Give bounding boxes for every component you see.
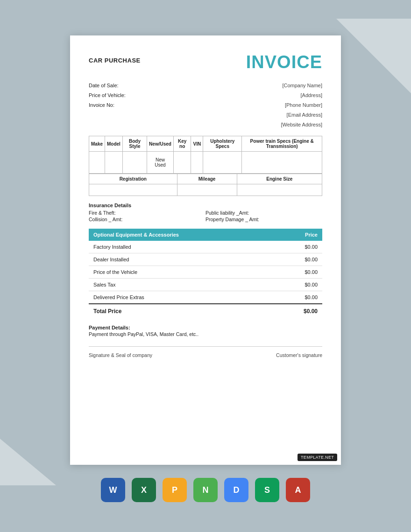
google-docs-icon[interactable]: D (224, 478, 248, 502)
deco-triangle-tr (336, 19, 411, 93)
company-email: [Email Address] (281, 110, 322, 120)
google-sheets-icon[interactable]: S (255, 478, 279, 502)
cell-vin (191, 152, 203, 174)
payment-text: Payment through PayPal, VISA, Master Car… (89, 331, 322, 337)
invoice-title: INVOICE (246, 52, 322, 72)
col-engine-size: Engine Size (237, 174, 322, 184)
equipment-price: $0.00 (276, 241, 322, 253)
template-badge: TEMPLATE.NET (298, 454, 337, 461)
equipment-price: $0.00 (276, 279, 322, 291)
col-model: Model (105, 136, 123, 152)
pdf-icon-letter: A (295, 485, 301, 495)
invoice-no-label: Invoice No: (89, 100, 126, 110)
numbers-icon-letter: N (203, 485, 209, 495)
payment-title: Payment Details: (89, 325, 322, 330)
col-registration: Registration (89, 174, 177, 184)
cell-engine-size (237, 184, 322, 196)
reg-table: Registration Mileage Engine Size (89, 174, 322, 196)
vehicle-table: Make Model Body Style New/Used Key no VI… (89, 136, 322, 174)
cell-body-style (122, 152, 147, 174)
fire-theft-label: Fire & Theft: (89, 210, 206, 216)
total-label: Total Price (89, 304, 276, 318)
customer-signature-label: Customer's signature (276, 352, 322, 358)
pdf-icon[interactable]: A (286, 478, 310, 502)
equipment-item: Dealer Installed (89, 253, 276, 266)
total-price: $0.00 (276, 304, 322, 318)
price-of-vehicle-label: Price of Vehicle: (89, 91, 126, 100)
info-right: [Company Name] [Address] [Phone Number] … (281, 81, 322, 129)
vehicle-row: New Used (89, 152, 322, 174)
excel-icon[interactable]: X (132, 478, 156, 502)
collision-label: Collision _ Amt: (89, 217, 206, 222)
cell-model (105, 152, 123, 174)
word-icon[interactable]: W (101, 478, 125, 502)
equipment-item: Price of the Vehicle (89, 266, 276, 279)
word-icon-letter: W (109, 485, 117, 495)
gdocs-icon-letter: D (234, 485, 240, 495)
cell-powertrain (242, 152, 322, 174)
col-vin: VIN (191, 136, 203, 152)
equipment-row: Sales Tax$0.00 (89, 279, 322, 291)
col-new-used: New/Used (147, 136, 174, 152)
cell-upholstery (203, 152, 242, 174)
col-upholstery: Upholstery Specs (203, 136, 242, 152)
payment-section: Payment Details: Payment through PayPal,… (89, 325, 322, 337)
equipment-table: Optional Equipment & Accessories Price F… (89, 229, 322, 318)
col-key-no: Key no (173, 136, 191, 152)
company-address: [Address] (281, 91, 322, 100)
col-body-style: Body Style (122, 136, 147, 152)
excel-icon-letter: X (141, 485, 147, 495)
invoice-document: CAR PURCHASE INVOICE Date of Sale: Price… (70, 35, 341, 465)
insurance-grid: Fire & Theft: Public liability _Amt: Col… (89, 210, 322, 222)
info-section: Date of Sale: Price of Vehicle: Invoice … (89, 81, 322, 129)
company-phone: [Phone Number] (281, 100, 322, 110)
equipment-price: $0.00 (276, 291, 322, 304)
equipment-item: Delivered Price Extras (89, 291, 276, 304)
gsheets-icon-letter: S (264, 485, 270, 495)
cell-new-used: New Used (147, 152, 174, 174)
signature-row: Signature & Seal of company Customer's s… (89, 346, 322, 358)
equipment-row: Factory Installed$0.00 (89, 241, 322, 253)
insurance-section: Insurance Details Fire & Theft: Public l… (89, 203, 322, 222)
info-left: Date of Sale: Price of Vehicle: Invoice … (89, 81, 126, 129)
public-liability-label: Public liability _Amt: (206, 210, 322, 216)
equipment-price: $0.00 (276, 266, 322, 279)
equipment-row: Delivered Price Extras$0.00 (89, 291, 322, 304)
col-powertrain: Power train Specs (Engine & Transmission… (242, 136, 322, 152)
insurance-title: Insurance Details (89, 203, 322, 208)
equipment-price: $0.00 (276, 253, 322, 266)
doc-type-label: CAR PURCHASE (89, 57, 141, 64)
equipment-item: Factory Installed (89, 241, 276, 253)
header-row: CAR PURCHASE INVOICE (89, 52, 322, 72)
cell-make (89, 152, 105, 174)
company-signature-label: Signature & Seal of company (89, 352, 152, 358)
equipment-row: Price of the Vehicle$0.00 (89, 266, 322, 279)
numbers-icon[interactable]: N (193, 478, 218, 502)
cell-registration (89, 184, 177, 196)
pages-icon-letter: P (172, 485, 177, 495)
equipment-col-item: Optional Equipment & Accessories (89, 229, 276, 241)
pages-icon[interactable]: P (163, 478, 187, 502)
company-website: [Website Address] (281, 120, 322, 130)
equipment-col-price: Price (276, 229, 322, 241)
icons-bar: W X P N D S A (101, 478, 310, 502)
background: CAR PURCHASE INVOICE Date of Sale: Price… (0, 19, 411, 523)
property-damage-label: Property Damage _ Amt: (206, 217, 322, 222)
deco-triangle-bl (0, 439, 56, 485)
cell-key-no (173, 152, 191, 174)
company-name: [Company Name] (281, 81, 322, 91)
col-make: Make (89, 136, 105, 152)
date-of-sale-label: Date of Sale: (89, 81, 126, 91)
col-mileage: Mileage (177, 174, 237, 184)
equipment-item: Sales Tax (89, 279, 276, 291)
equipment-row: Dealer Installed$0.00 (89, 253, 322, 266)
reg-row (89, 184, 322, 196)
cell-mileage (177, 184, 237, 196)
